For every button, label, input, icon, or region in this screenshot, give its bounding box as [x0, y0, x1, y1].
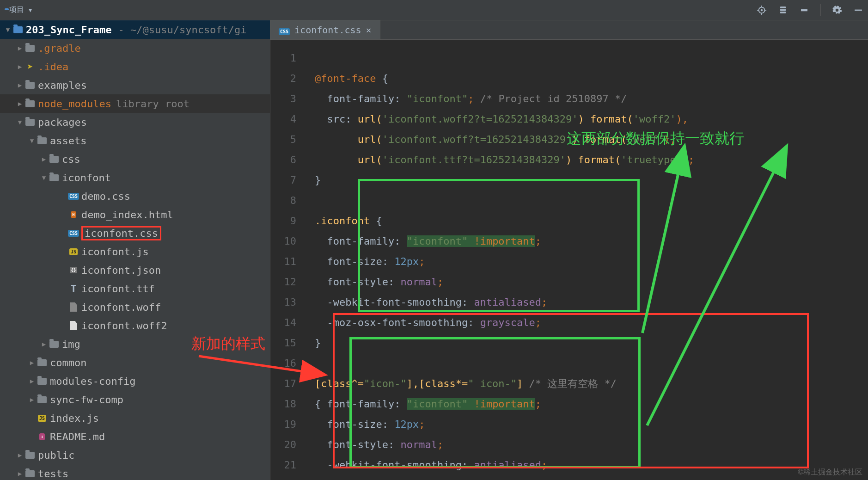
- css-file-icon: CSS: [67, 193, 79, 200]
- folder-icon: [48, 174, 60, 181]
- folder-icon: [24, 100, 36, 107]
- line-gutter: 12345678910111213141516171819202122: [270, 40, 304, 480]
- minimize-icon[interactable]: [853, 5, 863, 15]
- editor-pane: CSS iconfont.css × 123456789101112131415…: [270, 20, 868, 480]
- tree-file-readme[interactable]: ⬇README.md: [0, 427, 270, 446]
- tree-folder-assets[interactable]: ▼assets: [0, 131, 270, 150]
- tree-folder-gradle[interactable]: ▶.gradle: [0, 39, 270, 57]
- project-tree[interactable]: ▼ 203_Sync_Frame - ~/@susu/syncsoft/gi ▶…: [0, 20, 270, 480]
- project-label: 项目: [9, 5, 24, 15]
- tree-folder-tests[interactable]: ▶tests: [0, 464, 270, 480]
- css-file-icon: CSS: [67, 230, 79, 237]
- chevron-right-icon: ▶: [28, 396, 36, 403]
- js-file-icon: JS: [36, 415, 48, 422]
- tree-file-iconfontjson[interactable]: {}iconfont.json: [0, 261, 270, 279]
- tab-iconfontcss[interactable]: CSS iconfont.css ×: [270, 20, 380, 39]
- watermark: ©稀土掘金技术社区: [798, 468, 862, 477]
- folder-icon: [24, 82, 36, 89]
- chevron-right-icon: ▶: [16, 470, 24, 477]
- svg-rect-6: [801, 9, 807, 11]
- gear-icon[interactable]: [832, 5, 842, 15]
- tree-folder-nodemodules[interactable]: ▶node_moduleslibrary root: [0, 94, 270, 113]
- collapse-icon[interactable]: [799, 5, 809, 15]
- tree-root[interactable]: ▼ 203_Sync_Frame - ~/@susu/syncsoft/gi: [0, 20, 270, 39]
- tree-folder-packages[interactable]: ▼packages: [0, 113, 270, 131]
- close-icon[interactable]: ×: [366, 25, 372, 36]
- chevron-right-icon: ▶: [28, 359, 36, 366]
- chevron-down-icon: ▼: [4, 26, 12, 33]
- chevron-right-icon: ▶: [16, 100, 24, 107]
- folder-icon: [24, 119, 36, 126]
- tree-file-iconfontjs[interactable]: JSiconfont.js: [0, 242, 270, 261]
- folder-icon: [36, 137, 48, 144]
- folder-icon: [36, 378, 48, 385]
- annotation-new-style: 新加的样式: [191, 334, 265, 354]
- root-path: - ~/@susu/syncsoft/gi: [118, 24, 246, 36]
- folder-icon: [48, 341, 60, 348]
- folder-icon: [36, 396, 48, 403]
- tree-folder-iconfont[interactable]: ▼iconfont: [0, 168, 270, 187]
- chevron-right-icon: ▶: [40, 340, 48, 348]
- chevron-right-icon: ▶: [16, 63, 24, 70]
- chevron-down-icon: ▼: [16, 118, 24, 126]
- tree-folder-syncfwcomp[interactable]: ▶sync-fw-comp: [0, 390, 270, 409]
- file-icon: [67, 302, 79, 312]
- expand-icon[interactable]: [778, 5, 788, 15]
- tree-file-democss[interactable]: CSSdemo.css: [0, 187, 270, 205]
- tree-file-iconfontttf[interactable]: Ticonfont.ttf: [0, 279, 270, 298]
- md-file-icon: ⬇: [36, 433, 48, 440]
- chevron-right-icon: ▶: [28, 377, 36, 385]
- js-file-icon: JS: [67, 248, 79, 255]
- tree-folder-common[interactable]: ▶common: [0, 353, 270, 372]
- tree-file-indexjs[interactable]: JSindex.js: [0, 409, 270, 427]
- tree-file-demohtml[interactable]: Hdemo_index.html: [0, 205, 270, 224]
- target-icon[interactable]: [757, 5, 767, 15]
- chevron-right-icon: ▶: [16, 81, 24, 89]
- svg-rect-7: [855, 10, 862, 11]
- tree-file-iconfontwoff2[interactable]: iconfont.woff2: [0, 316, 270, 335]
- tree-folder-img[interactable]: ▶img新加的样式: [0, 335, 270, 353]
- chevron-down-icon: ▼: [29, 7, 32, 13]
- chevron-right-icon: ▶: [16, 44, 24, 52]
- tree-folder-css[interactable]: ▶css: [0, 150, 270, 168]
- tree-file-iconfontwoff[interactable]: iconfont.woff: [0, 298, 270, 316]
- css-file-icon: CSS: [279, 25, 290, 36]
- tree-folder-examples[interactable]: ▶examples: [0, 76, 270, 94]
- code-area[interactable]: @font-face { font-family: "iconfont"; /*…: [304, 40, 868, 480]
- json-file-icon: {}: [67, 267, 79, 273]
- tree-folder-modulesconfig[interactable]: ▶modules-config: [0, 372, 270, 390]
- root-name: 203_Sync_Frame: [26, 24, 111, 36]
- font-file-icon: T: [67, 283, 79, 295]
- editor-tabs: CSS iconfont.css ×: [270, 20, 868, 40]
- chevron-right-icon: ▶: [40, 155, 48, 163]
- folder-icon: [36, 359, 48, 366]
- svg-point-1: [761, 9, 763, 11]
- tab-filename: iconfont.css: [294, 25, 361, 36]
- html-file-icon: H: [67, 211, 79, 218]
- file-icon: [67, 321, 79, 330]
- project-toolbar: 项目 ▼: [0, 0, 868, 20]
- folder-icon: [24, 45, 36, 52]
- tree-folder-idea[interactable]: ▶➤.idea: [0, 57, 270, 76]
- chevron-down-icon: ▼: [28, 137, 36, 144]
- folder-icon: [24, 470, 36, 477]
- folder-icon: [24, 452, 36, 459]
- module-folder-icon: [12, 26, 24, 33]
- chevron-right-icon: ▶: [16, 451, 24, 459]
- annotation-keep-consistent: 这两部分数据保持一致就行: [567, 129, 744, 149]
- chevron-down-icon: ▼: [40, 174, 48, 181]
- tree-folder-public[interactable]: ▶public: [0, 446, 270, 464]
- folder-icon: [48, 156, 60, 163]
- separator: [820, 4, 821, 16]
- folder-icon: ➤: [24, 61, 36, 73]
- tree-file-iconfontcss[interactable]: CSSiconfont.css: [0, 224, 270, 242]
- project-dropdown[interactable]: 项目 ▼: [5, 5, 32, 15]
